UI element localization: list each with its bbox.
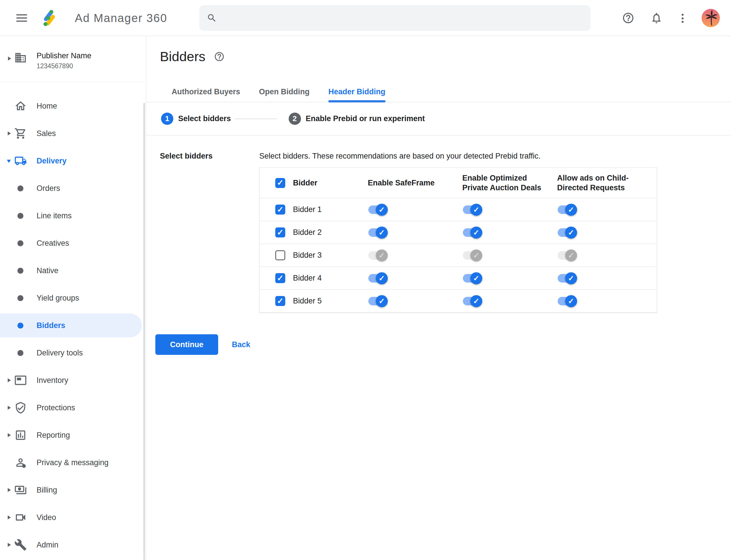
sidebar-item-admin[interactable]: Admin	[0, 531, 146, 559]
child-directed-toggle[interactable]: ✓	[558, 205, 573, 214]
tab-header-bidding[interactable]: Header Bidding	[329, 82, 385, 102]
search-input[interactable]	[223, 13, 583, 23]
sidebar-item-inventory[interactable]: Inventory	[0, 367, 146, 394]
sidebar-item-yield-groups[interactable]: Yield groups	[0, 284, 146, 312]
ad-manager-app: Ad Manager 360 Publisher Name	[0, 0, 731, 560]
step-select-bidders[interactable]: 1 Select bidders	[161, 113, 231, 125]
sidebar-item-delivery[interactable]: Delivery	[0, 147, 146, 175]
row-checkbox[interactable]: ✓	[275, 250, 285, 260]
optimized-deals-toggle[interactable]: ✓	[463, 274, 478, 283]
sidebar-item-reporting[interactable]: Reporting	[0, 421, 146, 449]
search-bar[interactable]	[199, 5, 590, 31]
sidebar-item-bidders[interactable]: Bidders	[0, 312, 146, 339]
bullet-icon	[17, 295, 23, 301]
optimized-deals-toggle[interactable]: ✓	[463, 251, 478, 260]
person-shield-icon	[14, 456, 27, 469]
app-title: Ad Manager 360	[75, 0, 167, 36]
cart-icon	[14, 127, 27, 140]
chevron-right-icon	[8, 57, 11, 61]
sidebar-item-billing[interactable]: Billing	[0, 476, 146, 504]
check-icon: ✓	[277, 229, 284, 237]
check-icon: ✓	[473, 252, 479, 259]
publisher-selector[interactable]: Publisher Name 1234567890	[0, 36, 146, 82]
child-directed-toggle[interactable]: ✓	[558, 297, 573, 305]
sidebar-item-video[interactable]: Video	[0, 504, 146, 531]
column-header-child-directed: Allow ads on Child-Directed Requests	[557, 173, 644, 193]
safeframe-toggle[interactable]: ✓	[368, 274, 384, 283]
stepper: 1 Select bidders 2 Enable Prebid or run …	[146, 102, 425, 135]
optimized-deals-toggle[interactable]: ✓	[463, 297, 478, 305]
sidebar-item-privacy-messaging[interactable]: Privacy & messaging	[0, 449, 146, 476]
safeframe-toggle[interactable]: ✓	[368, 205, 384, 214]
help-icon[interactable]	[214, 51, 225, 62]
chevron-right-icon	[8, 406, 11, 410]
table-row: ✓ Bidder 3 ✓ ✓ ✓	[260, 244, 657, 267]
step-enable-prebid[interactable]: 2 Enable Prebid or run experiment	[289, 113, 425, 125]
help-icon[interactable]	[622, 12, 634, 24]
sidebar-item-line-items[interactable]: Line items	[0, 202, 146, 229]
check-icon: ✓	[473, 275, 479, 282]
optimized-deals-toggle[interactable]: ✓	[463, 205, 478, 214]
inventory-icon	[14, 374, 27, 387]
tab-authorized-buyers[interactable]: Authorized Buyers	[172, 82, 240, 102]
chevron-right-icon	[8, 515, 11, 519]
sidebar-item-native[interactable]: Native	[0, 257, 146, 284]
step-connector	[235, 119, 277, 119]
home-icon	[14, 100, 27, 112]
section-label: Select bidders	[160, 152, 213, 160]
bullet-icon	[17, 185, 23, 191]
check-icon: ✓	[568, 229, 574, 236]
check-icon: ✓	[378, 206, 385, 213]
bullet-icon	[17, 213, 23, 219]
optimized-deals-toggle[interactable]: ✓	[463, 228, 478, 237]
sidebar-item-delivery-tools[interactable]: Delivery tools	[0, 339, 146, 367]
safeframe-toggle[interactable]: ✓	[368, 228, 384, 237]
divider	[146, 135, 731, 135]
more-vert-icon[interactable]	[680, 14, 684, 23]
check-icon: ✓	[378, 275, 385, 282]
payments-icon	[14, 484, 27, 496]
check-icon: ✓	[378, 297, 385, 305]
sidebar-item-protections[interactable]: Protections	[0, 394, 146, 421]
tab-open-bidding[interactable]: Open Bidding	[259, 82, 310, 102]
sidebar-scrollbar[interactable]	[143, 103, 145, 560]
check-icon: ✓	[277, 206, 284, 214]
row-checkbox[interactable]: ✓	[275, 227, 285, 237]
row-checkbox[interactable]: ✓	[275, 296, 285, 306]
child-directed-toggle[interactable]: ✓	[558, 228, 573, 237]
menu-icon[interactable]	[16, 14, 27, 22]
bidder-name: Bidder 2	[293, 228, 322, 237]
table-row: ✓ Bidder 4 ✓ ✓ ✓	[260, 267, 657, 289]
chevron-right-icon	[8, 543, 11, 547]
continue-button[interactable]: Continue	[155, 334, 218, 355]
back-button[interactable]: Back	[232, 340, 251, 349]
avatar[interactable]	[702, 9, 720, 27]
safeframe-toggle[interactable]: ✓	[368, 251, 384, 260]
check-icon: ✓	[568, 297, 574, 305]
sidebar-item-orders[interactable]: Orders	[0, 175, 146, 202]
sidebar-item-home[interactable]: Home	[0, 92, 146, 120]
building-icon	[14, 51, 27, 64]
top-bar: Ad Manager 360	[0, 0, 731, 36]
row-checkbox[interactable]: ✓	[275, 205, 285, 215]
column-header-optimized-deals: Enable Optimized Private Auction Deals	[462, 173, 549, 193]
column-header-bidder: Bidder	[293, 178, 318, 188]
step-number: 2	[289, 113, 301, 125]
sidebar-item-creatives[interactable]: Creatives	[0, 229, 146, 257]
publisher-name: Publisher Name	[37, 51, 91, 61]
bell-icon[interactable]	[650, 12, 663, 24]
check-icon: ✓	[378, 229, 385, 236]
sidebar-item-sales[interactable]: Sales	[0, 120, 146, 147]
search-icon	[207, 13, 217, 23]
safeframe-toggle[interactable]: ✓	[368, 297, 384, 305]
select-all-checkbox[interactable]: ✓	[275, 178, 285, 188]
publisher-id: 1234567890	[37, 62, 91, 70]
chevron-right-icon	[8, 488, 11, 492]
child-directed-toggle[interactable]: ✓	[558, 251, 573, 260]
videocam-icon	[14, 511, 27, 524]
child-directed-toggle[interactable]: ✓	[558, 274, 573, 283]
row-checkbox[interactable]: ✓	[275, 273, 285, 283]
bidder-name: Bidder 1	[293, 205, 322, 214]
page-title: Bidders	[160, 49, 205, 64]
wrench-icon	[14, 539, 27, 551]
